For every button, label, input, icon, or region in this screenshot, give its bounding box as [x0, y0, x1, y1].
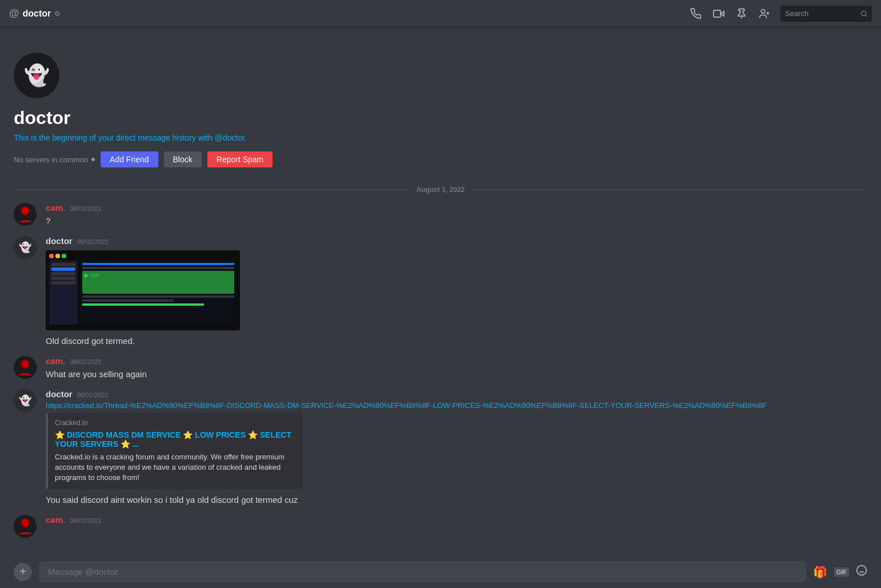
message-author: cam.	[46, 515, 65, 525]
page-title: doctor	[23, 9, 51, 19]
message-image: ▶ run	[46, 250, 240, 330]
add-friend-button[interactable]: Add Friend	[101, 151, 158, 167]
date-divider-line-left	[14, 190, 410, 190]
profile-actions: No servers in common Add Friend Block Re…	[14, 151, 867, 167]
message-author: cam.	[46, 356, 65, 366]
messages-container: cam. 08/01/2022 ? 👻 doctor 08/01/2022	[0, 203, 881, 538]
svg-line-7	[865, 15, 866, 16]
add-attachment-button[interactable]: +	[14, 563, 32, 581]
message-input[interactable]	[39, 561, 806, 582]
doctor-avatar-icon: 👻	[14, 389, 37, 412]
message-group: 👻 doctor 08/01/2022	[14, 236, 867, 347]
embed-title-low: LOW PRICES	[195, 430, 248, 439]
message-group: 👻 doctor 08/01/2022 https://cracked.io/T…	[14, 389, 867, 506]
profile-name: doctor	[14, 107, 867, 129]
svg-rect-1	[714, 10, 721, 17]
video-icon[interactable]	[712, 7, 726, 21]
message-timestamp: 08/01/2022	[70, 205, 101, 212]
embed-title-link: DISCORD MASS DM SERVICE	[67, 430, 183, 439]
svg-marker-0	[720, 11, 724, 15]
add-friend-icon[interactable]	[758, 7, 771, 21]
svg-point-10	[22, 207, 29, 214]
avatar	[14, 515, 37, 538]
avatar-emoji: 👻	[24, 63, 50, 87]
embed-title[interactable]: ⭐ DISCORD MASS DM SERVICE ⭐ LOW PRICES ⭐…	[55, 430, 296, 449]
block-button[interactable]: Block	[164, 151, 202, 167]
profile-mention: @doctor	[215, 133, 245, 142]
star-icon: ⭐	[183, 430, 193, 439]
message-content: cam. 08/01/2022 ?	[46, 203, 867, 227]
search-bar[interactable]	[780, 6, 872, 22]
profile-desc-prefix: This is the beginning of your direct mes…	[14, 133, 215, 142]
star-icon: ⭐	[121, 439, 130, 449]
message-content: doctor 08/01/2022	[46, 236, 867, 347]
message-group: cam. 08/01/2022 What are you selling aga…	[14, 356, 867, 380]
screenshot-content: ▶ run	[46, 250, 240, 330]
message-header: cam. 08/01/2022	[46, 515, 867, 525]
message-author: doctor	[46, 389, 73, 399]
star-icon: ⭐	[248, 430, 258, 439]
svg-point-3	[761, 9, 765, 13]
svg-point-20	[22, 519, 29, 526]
phone-icon[interactable]	[689, 7, 703, 21]
message-timestamp: 08/01/2022	[77, 238, 109, 245]
link-embed: Cracked.io ⭐ DISCORD MASS DM SERVICE ⭐ L…	[46, 413, 303, 489]
cam-avatar-icon	[14, 515, 37, 538]
embed-title-dots: ...	[133, 439, 139, 449]
input-right-icons: 🎁 GIF	[813, 565, 867, 579]
svg-text:👻: 👻	[19, 394, 32, 407]
svg-point-21	[857, 566, 867, 575]
cam-avatar-icon	[14, 203, 37, 226]
message-text: You said discord aint workin so i told y…	[46, 494, 867, 506]
message-content: cam. 08/01/2022	[46, 515, 867, 527]
embed-description: Cracked.io is a cracking forum and commu…	[55, 452, 296, 483]
avatar: 👻	[14, 236, 37, 259]
profile-desc-suffix: .	[245, 133, 247, 142]
date-divider-line-right	[471, 190, 867, 190]
pin-icon[interactable]	[735, 7, 748, 21]
avatar	[14, 356, 37, 379]
message-timestamp: 08/01/2022	[77, 391, 109, 398]
search-input[interactable]	[785, 9, 857, 18]
main-content: 👻 doctor This is the beginning of your d…	[0, 27, 881, 555]
profile-description: This is the beginning of your direct mes…	[14, 133, 867, 142]
emoji-icon[interactable]	[856, 565, 867, 579]
link-url[interactable]: https://cracked.io/Thread-%E2%AD%90%EF%B…	[46, 401, 867, 410]
message-header: doctor 08/01/2022	[46, 389, 867, 399]
message-header: doctor 08/01/2022	[46, 236, 867, 246]
message-text: ?	[46, 215, 867, 227]
message-content: cam. 08/01/2022 What are you selling aga…	[46, 356, 867, 380]
top-bar-left: @ doctor ⚙	[9, 7, 689, 19]
date-divider-text: August 1, 2022	[417, 186, 465, 194]
no-servers-label: No servers in common	[14, 155, 95, 164]
message-content: doctor 08/01/2022 https://cracked.io/Thr…	[46, 389, 867, 506]
embed-source: Cracked.io	[55, 419, 296, 427]
message-text: What are you selling again	[46, 368, 867, 380]
cam-avatar-icon	[14, 356, 37, 379]
input-bar: + 🎁 GIF	[0, 555, 881, 588]
message-header: cam. 08/01/2022	[46, 203, 867, 213]
avatar: 👻	[14, 389, 37, 412]
message-author: cam.	[46, 203, 65, 213]
gift-icon[interactable]: 🎁	[813, 565, 827, 579]
message-timestamp: 08/01/2022	[70, 517, 101, 524]
message-group: cam. 08/01/2022 ?	[14, 203, 867, 227]
search-icon	[860, 10, 867, 18]
no-servers-dot	[91, 158, 95, 161]
avatar	[14, 203, 37, 226]
svg-point-15	[22, 361, 29, 367]
at-symbol-icon: @	[9, 7, 19, 19]
top-bar: @ doctor ⚙	[0, 0, 881, 27]
doctor-avatar-icon: 👻	[14, 236, 37, 259]
message-text: Old discord got termed.	[46, 335, 867, 347]
svg-point-6	[861, 11, 866, 15]
profile-header: 👻 doctor This is the beginning of your d…	[0, 39, 881, 177]
message-author: doctor	[46, 236, 73, 246]
star-icon: ⭐	[55, 430, 65, 439]
status-icon: ⚙	[54, 10, 61, 18]
report-spam-button[interactable]: Report Spam	[207, 151, 273, 167]
message-header: cam. 08/01/2022	[46, 356, 867, 366]
svg-text:👻: 👻	[19, 241, 32, 254]
gif-button[interactable]: GIF	[834, 567, 849, 577]
avatar: 👻	[14, 53, 59, 98]
